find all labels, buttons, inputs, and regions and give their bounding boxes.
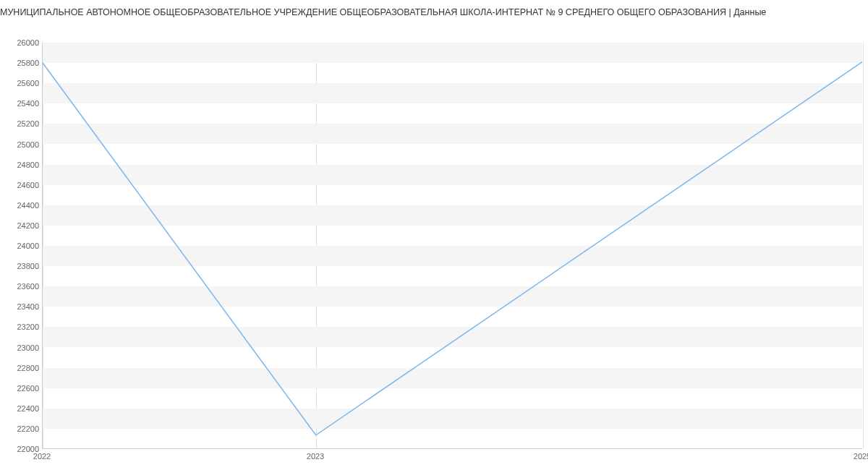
y-axis-label: 24800 bbox=[17, 161, 39, 169]
y-axis-label: 25200 bbox=[17, 119, 39, 128]
y-axis-label: 24200 bbox=[17, 221, 39, 230]
y-axis-label: 25600 bbox=[17, 79, 39, 87]
y-axis-label: 22600 bbox=[17, 384, 39, 393]
y-axis-label: 26000 bbox=[17, 38, 39, 47]
y-axis-label: 25400 bbox=[17, 99, 39, 108]
x-axis-label: 2023 bbox=[307, 452, 324, 461]
y-axis-label: 22800 bbox=[17, 364, 39, 372]
y-axis-label: 24400 bbox=[17, 201, 39, 210]
y-axis-label: 25800 bbox=[17, 59, 39, 67]
x-axis-label: 2022 bbox=[33, 452, 51, 461]
y-axis-label: 25000 bbox=[17, 140, 39, 149]
chart-container: 2200022200224002260022800230002320023400… bbox=[0, 21, 868, 469]
chart-title: МУНИЦИПАЛЬНОЕ АВТОНОМНОЕ ОБЩЕОБРАЗОВАТЕЛ… bbox=[0, 0, 868, 21]
y-axis-label: 23800 bbox=[17, 262, 39, 270]
y-axis-label: 22400 bbox=[17, 404, 39, 413]
y-axis-label: 23200 bbox=[17, 322, 39, 331]
y-axis-label: 24600 bbox=[17, 181, 39, 189]
grid-line-vertical bbox=[863, 43, 864, 448]
data-line bbox=[43, 62, 862, 435]
x-axis-label: 2025 bbox=[854, 452, 868, 461]
line-chart-svg bbox=[43, 43, 862, 448]
y-axis-label: 24000 bbox=[17, 242, 39, 250]
y-axis-label: 23400 bbox=[17, 302, 39, 311]
y-axis-label: 23600 bbox=[17, 282, 39, 291]
y-axis-label: 23000 bbox=[17, 343, 39, 352]
plot-area bbox=[42, 43, 862, 449]
y-axis-label: 22200 bbox=[17, 424, 39, 433]
